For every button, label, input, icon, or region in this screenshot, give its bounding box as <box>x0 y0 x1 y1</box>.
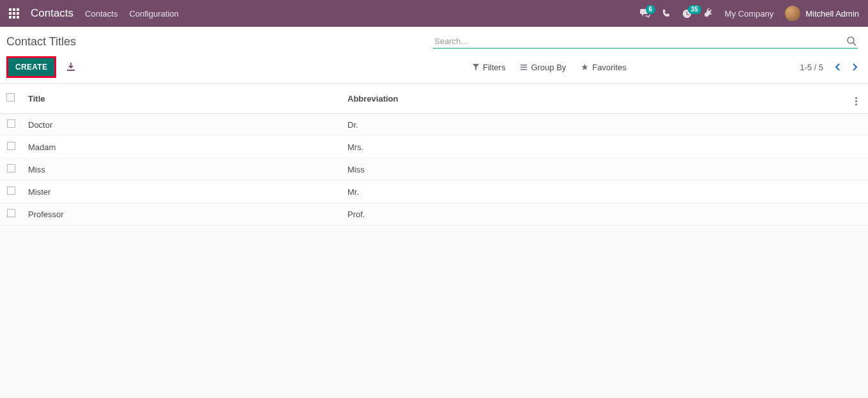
nav-left: Contacts Contacts Configuration <box>9 7 179 20</box>
nav-right: 6 35 My Company Mitchell Admin <box>640 6 859 21</box>
breadcrumb: Contact Titles <box>6 35 76 49</box>
groupby-label: Group By <box>531 63 566 72</box>
list-view: Title Abbreviation DoctorDr.MadamMrs.Mis… <box>0 84 868 226</box>
favorites-label: Favorites <box>592 63 626 72</box>
list-icon <box>521 64 527 70</box>
svg-rect-3 <box>521 67 527 68</box>
column-header-abbr[interactable]: Abbreviation <box>341 84 849 114</box>
user-menu[interactable]: Mitchell Admin <box>785 6 859 21</box>
svg-line-1 <box>853 43 856 45</box>
top-navbar: Contacts Contacts Configuration 6 35 My … <box>0 0 868 27</box>
favorites-menu[interactable]: Favorites <box>581 63 626 72</box>
row-title: Madam <box>22 136 341 158</box>
activity-icon[interactable]: 35 <box>682 9 692 19</box>
row-checkbox[interactable] <box>7 209 15 217</box>
column-header-title[interactable]: Title <box>22 84 341 114</box>
columns-options-icon[interactable] <box>855 97 857 105</box>
export-button[interactable] <box>63 60 79 74</box>
row-abbr: Mrs. <box>341 136 849 158</box>
row-abbr: Mr. <box>341 181 849 203</box>
create-button-highlight: CREATE <box>6 56 56 78</box>
search-input[interactable] <box>434 36 847 46</box>
row-abbr: Miss <box>341 158 849 181</box>
activity-badge: 35 <box>688 5 701 14</box>
avatar-icon <box>785 6 800 21</box>
search-icon[interactable] <box>847 36 857 46</box>
row-abbr: Dr. <box>341 114 849 136</box>
groupby-menu[interactable]: Group By <box>521 63 566 72</box>
filters-label: Filters <box>483 63 505 72</box>
pager-next[interactable] <box>852 63 858 72</box>
star-icon <box>581 64 588 71</box>
row-title: Doctor <box>22 114 341 136</box>
table-row[interactable]: ProfessorProf. <box>0 203 868 226</box>
pager-prev[interactable] <box>835 63 841 72</box>
table-row[interactable]: DoctorDr. <box>0 114 868 136</box>
svg-rect-2 <box>521 65 527 66</box>
pager-text[interactable]: 1-5 / 5 <box>800 63 823 72</box>
funnel-icon <box>473 64 479 70</box>
row-checkbox[interactable] <box>7 119 15 128</box>
nav-link-configuration[interactable]: Configuration <box>129 9 178 19</box>
search-bar[interactable] <box>433 34 858 49</box>
row-checkbox[interactable] <box>7 164 15 172</box>
create-button[interactable]: CREATE <box>8 58 54 76</box>
apps-icon[interactable] <box>9 8 19 19</box>
row-title: Professor <box>22 203 341 226</box>
user-name: Mitchell Admin <box>805 9 859 19</box>
filters-menu[interactable]: Filters <box>473 63 505 72</box>
table-row[interactable]: MisterMr. <box>0 181 868 203</box>
table-row[interactable]: MadamMrs. <box>0 136 868 158</box>
messaging-icon[interactable]: 6 <box>640 9 650 18</box>
row-checkbox[interactable] <box>7 142 15 150</box>
messaging-badge: 6 <box>646 5 656 14</box>
svg-rect-4 <box>521 69 527 70</box>
table-row[interactable]: MissMiss <box>0 158 868 181</box>
app-brand[interactable]: Contacts <box>31 7 73 20</box>
company-switcher[interactable]: My Company <box>725 9 774 19</box>
select-all-checkbox[interactable] <box>6 93 15 102</box>
row-title: Mister <box>22 181 341 203</box>
svg-point-0 <box>848 37 854 43</box>
row-abbr: Prof. <box>341 203 849 226</box>
phone-icon[interactable] <box>662 9 671 18</box>
row-checkbox[interactable] <box>7 187 15 195</box>
debug-icon[interactable] <box>703 8 713 19</box>
nav-link-contacts[interactable]: Contacts <box>85 9 118 19</box>
control-panel: Contact Titles CREATE Filters <box>0 27 868 84</box>
row-title: Miss <box>22 158 341 181</box>
